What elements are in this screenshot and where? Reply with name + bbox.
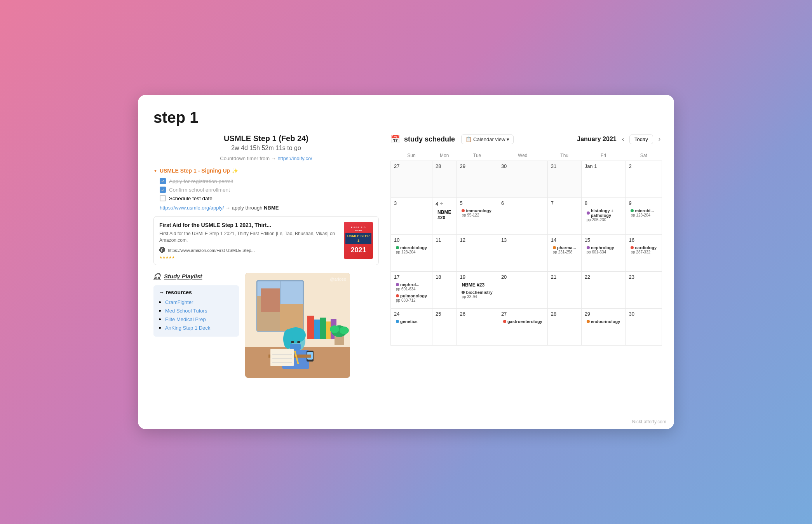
calendar-event[interactable]: pulmonologypp 683-712 bbox=[394, 293, 429, 303]
calendar-cell[interactable]: 5immunologypp 95-122 bbox=[457, 198, 498, 235]
svg-point-18 bbox=[340, 327, 349, 334]
calendar-cell[interactable]: 27gastroenterology bbox=[498, 309, 547, 346]
day-number: 18 bbox=[436, 274, 453, 280]
calendar-cell[interactable]: 13 bbox=[498, 235, 547, 272]
checkbox-checked[interactable]: ✓ bbox=[160, 187, 166, 193]
event-pages: pp 205-230 bbox=[587, 218, 620, 222]
event-name: microbi... bbox=[631, 208, 657, 213]
checkbox-checked[interactable]: ✓ bbox=[160, 178, 166, 184]
countdown-link[interactable]: https://indify.co/ bbox=[277, 155, 312, 161]
day-number: 14 bbox=[551, 237, 578, 243]
calendar-cell[interactable]: 11 bbox=[432, 235, 457, 272]
calendar-cell[interactable]: 16cardiologypp 287-332 bbox=[626, 235, 662, 272]
calendar-event[interactable]: nephrologypp 601-634 bbox=[585, 245, 622, 255]
calendar-cell[interactable]: 14pharma...pp 231-258 bbox=[547, 235, 581, 272]
countdown-section: USMLE Step 1 (Feb 24) 2w 4d 15h 52m 11s … bbox=[153, 134, 379, 161]
add-event-button[interactable]: + bbox=[440, 200, 443, 207]
event-dot bbox=[631, 209, 634, 212]
day-number: 13 bbox=[501, 237, 544, 243]
calendar-cell[interactable]: 24genetics bbox=[391, 309, 432, 346]
day-number: 17 bbox=[394, 274, 429, 280]
calendar-cell[interactable]: 2 bbox=[626, 161, 662, 198]
prev-month-button[interactable]: ‹ bbox=[620, 134, 626, 144]
calendar-event[interactable]: NBME #23 bbox=[460, 281, 494, 288]
event-dot bbox=[462, 291, 465, 294]
resource-link-cramfighter[interactable]: CramFighter bbox=[165, 299, 193, 305]
calendar-event[interactable]: microbiologypp 123-204 bbox=[394, 245, 429, 255]
book-card[interactable]: First Aid for the USMLE Step 1 2021, Thi… bbox=[153, 216, 379, 265]
calendar-cell[interactable]: 4 +NBME #20 bbox=[432, 198, 457, 235]
nbme-event: NBME #23 bbox=[462, 282, 492, 288]
calendar-cell[interactable]: 30 bbox=[498, 161, 547, 198]
calendar-cell[interactable]: 29 bbox=[457, 161, 498, 198]
event-pages: pp 95-122 bbox=[462, 213, 492, 217]
countdown-source: Countdown timer from → https://indify.co… bbox=[153, 155, 379, 161]
next-month-button[interactable]: › bbox=[657, 134, 662, 144]
calendar-event[interactable]: pharma...pp 231-258 bbox=[551, 245, 578, 255]
cover-year: 2021 bbox=[345, 246, 371, 255]
svg-point-24 bbox=[297, 341, 300, 343]
day-number: 16 bbox=[629, 237, 659, 243]
calendar-cell[interactable]: 25 bbox=[432, 309, 457, 346]
calendar-cell[interactable]: 21 bbox=[547, 272, 581, 309]
calendar-cell[interactable]: 8histology + pathologypp 205-230 bbox=[581, 198, 626, 235]
calendar-cell[interactable]: 6 bbox=[498, 198, 547, 235]
book-cover: FIRST AID for the USMLE STEP 1 2021 bbox=[344, 222, 373, 259]
calendar-cell[interactable]: 26 bbox=[457, 309, 498, 346]
calendar-cell[interactable]: 28 bbox=[432, 161, 457, 198]
calendar-cell[interactable]: 28 bbox=[547, 309, 581, 346]
checklist-item[interactable]: ✓ Apply for registration permit bbox=[153, 177, 379, 185]
calendar-event[interactable]: histology + pathologypp 205-230 bbox=[585, 208, 622, 223]
calendar-event[interactable]: gastroenterology bbox=[501, 318, 544, 325]
calendar-day-headers: Sun Mon Tue Wed Thu Fri Sat bbox=[391, 150, 662, 161]
study-image-inner: @arideo bbox=[245, 273, 350, 378]
resource-link-anking[interactable]: AnKing Step 1 Deck bbox=[165, 325, 210, 331]
calendar-event[interactable]: biochemistrypp 33-94 bbox=[460, 289, 494, 300]
calendar-cell[interactable]: 10microbiologypp 123-204 bbox=[391, 235, 432, 272]
resource-link-medschool[interactable]: Med School Tutors bbox=[165, 308, 207, 314]
calendar-cell[interactable]: 19NBME #23biochemistrypp 33-94 bbox=[457, 272, 498, 309]
calendar-cell[interactable]: 29endocrinology bbox=[581, 309, 626, 346]
usmle-link[interactable]: https://www.usmle.org/apply/ bbox=[160, 205, 224, 211]
calendar-cell[interactable]: 3 bbox=[391, 198, 432, 235]
checklist-item[interactable]: ✓ Confirm school enrollment bbox=[153, 185, 379, 194]
calendar-cell[interactable]: 23 bbox=[626, 272, 662, 309]
day-number: 25 bbox=[436, 311, 453, 317]
left-panel: USMLE Step 1 (Feb 24) 2w 4d 15h 52m 11s … bbox=[153, 134, 379, 378]
calendar-view-button[interactable]: 📋 Calendar view ▾ bbox=[461, 134, 514, 144]
calendar-cell[interactable]: 31 bbox=[547, 161, 581, 198]
event-pages: pp 287-332 bbox=[631, 250, 657, 254]
resources-section: → resources CramFighter Med School Tutor… bbox=[153, 285, 239, 337]
event-name: nephrol... bbox=[396, 282, 427, 287]
calendar-cell[interactable]: 9microbi...pp 123-204 bbox=[626, 198, 662, 235]
nbme-link[interactable]: NBME bbox=[264, 205, 279, 211]
day-number: 8 bbox=[585, 200, 622, 206]
event-dot bbox=[553, 246, 556, 249]
cover-line1: FIRST AID bbox=[345, 226, 371, 229]
calendar-cell[interactable]: 20 bbox=[498, 272, 547, 309]
list-item: AnKing Step 1 Deck bbox=[165, 324, 233, 331]
countdown-source-label: Countdown timer from → bbox=[220, 155, 277, 161]
calendar-event[interactable]: NBME #20 bbox=[436, 209, 453, 221]
calendar-cell[interactable]: 15nephrologypp 601-634 bbox=[581, 235, 626, 272]
checklist-item[interactable]: Schedule test date bbox=[153, 194, 379, 203]
calendar-event[interactable]: cardiologypp 287-332 bbox=[629, 245, 659, 255]
calendar-event[interactable]: genetics bbox=[394, 318, 429, 325]
today-button[interactable]: Today bbox=[629, 134, 653, 144]
calendar-event[interactable]: immunologypp 95-122 bbox=[460, 208, 494, 218]
calendar-cell[interactable]: 27 bbox=[391, 161, 432, 198]
event-pages: pp 123-204 bbox=[631, 213, 657, 217]
calendar-cell[interactable]: 7 bbox=[547, 198, 581, 235]
calendar-event[interactable]: microbi...pp 123-204 bbox=[629, 208, 659, 218]
calendar-cell[interactable]: 22 bbox=[581, 272, 626, 309]
checkbox-unchecked[interactable] bbox=[160, 195, 166, 201]
calendar-cell[interactable]: Jan 1 bbox=[581, 161, 626, 198]
calendar-cell[interactable]: 12 bbox=[457, 235, 498, 272]
calendar-event[interactable]: endocrinology bbox=[585, 318, 622, 325]
resource-link-elitemedical[interactable]: Elite Medical Prep bbox=[165, 316, 206, 322]
cover-line2: for the bbox=[345, 229, 371, 232]
calendar-event[interactable]: nephrol...pp 601-634 bbox=[394, 281, 429, 292]
calendar-cell[interactable]: 30 bbox=[626, 309, 662, 346]
calendar-cell[interactable]: 18 bbox=[432, 272, 457, 309]
calendar-cell[interactable]: 17nephrol...pp 601-634pulmonologypp 683-… bbox=[391, 272, 432, 309]
